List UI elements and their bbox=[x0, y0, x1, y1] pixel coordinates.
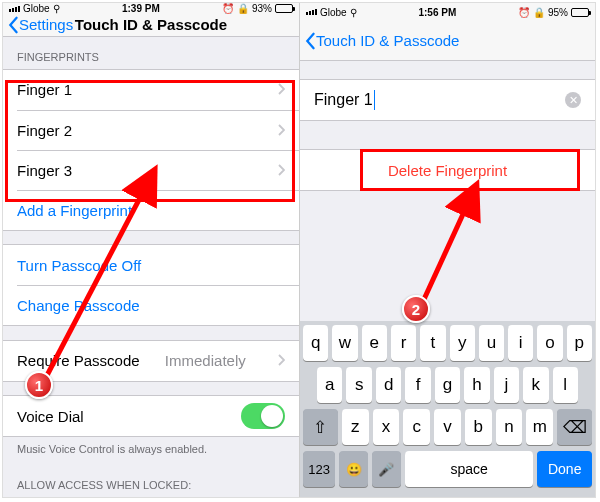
allow-access-header: ALLOW ACCESS WHEN LOCKED: bbox=[3, 465, 299, 497]
rotation-lock-icon: 🔒 bbox=[237, 3, 249, 14]
keyboard-row: ⇧ z x c v b n m ⌫ bbox=[303, 409, 592, 445]
rotation-lock-icon: 🔒 bbox=[533, 7, 545, 18]
alarm-icon: ⏰ bbox=[518, 7, 530, 18]
key-emoji[interactable]: 😀 bbox=[339, 451, 368, 487]
fingerprint-label: Finger 3 bbox=[17, 162, 72, 179]
key-space[interactable]: space bbox=[405, 451, 533, 487]
key-numbers[interactable]: 123 bbox=[303, 451, 335, 487]
chevron-left-icon bbox=[7, 16, 19, 34]
chevron-right-icon bbox=[277, 352, 285, 369]
battery-icon bbox=[275, 4, 293, 13]
fingerprint-item[interactable]: Finger 2 bbox=[17, 110, 299, 150]
carrier-label: Globe bbox=[23, 3, 50, 14]
key-e[interactable]: e bbox=[362, 325, 387, 361]
back-label: Settings bbox=[19, 16, 73, 33]
annotation-step-1: 1 bbox=[25, 371, 53, 399]
keyboard: q w e r t y u i o p a s d f g h j k l bbox=[300, 321, 595, 497]
phone-right: Globe ⚲ 1:56 PM ⏰ 🔒 95% Touch ID & Passc… bbox=[299, 3, 595, 497]
fingerprint-name-input[interactable]: Finger 1 ✕ bbox=[300, 79, 595, 121]
key-k[interactable]: k bbox=[523, 367, 548, 403]
voice-dial-row: Voice Dial bbox=[3, 396, 299, 436]
status-time: 1:39 PM bbox=[122, 3, 160, 14]
fingerprints-header: FINGERPRINTS bbox=[3, 37, 299, 69]
key-t[interactable]: t bbox=[420, 325, 445, 361]
key-s[interactable]: s bbox=[346, 367, 371, 403]
voice-dial-switch[interactable] bbox=[241, 403, 285, 429]
fingerprints-group: Finger 1 Finger 2 Finger 3 Add a Fingerp… bbox=[3, 69, 299, 231]
key-v[interactable]: v bbox=[434, 409, 461, 445]
fingerprint-label: Finger 1 bbox=[17, 81, 72, 98]
key-m[interactable]: m bbox=[526, 409, 553, 445]
key-w[interactable]: w bbox=[332, 325, 357, 361]
key-x[interactable]: x bbox=[373, 409, 400, 445]
fingerprint-item[interactable]: Finger 1 bbox=[3, 70, 299, 110]
change-passcode-button[interactable]: Change Passcode bbox=[17, 285, 299, 325]
fingerprint-item[interactable]: Finger 3 bbox=[17, 150, 299, 190]
input-value: Finger 1 bbox=[314, 91, 373, 109]
key-c[interactable]: c bbox=[403, 409, 430, 445]
key-q[interactable]: q bbox=[303, 325, 328, 361]
key-a[interactable]: a bbox=[317, 367, 342, 403]
fingerprint-label: Finger 2 bbox=[17, 122, 72, 139]
text-cursor bbox=[374, 90, 376, 110]
turn-passcode-off-button[interactable]: Turn Passcode Off bbox=[3, 245, 299, 285]
battery-percent: 95% bbox=[548, 7, 568, 18]
key-h[interactable]: h bbox=[464, 367, 489, 403]
delete-fingerprint-button[interactable]: Delete Fingerprint bbox=[300, 150, 595, 190]
key-d[interactable]: d bbox=[376, 367, 401, 403]
key-i[interactable]: i bbox=[508, 325, 533, 361]
signal-icon bbox=[9, 6, 20, 12]
key-j[interactable]: j bbox=[494, 367, 519, 403]
chevron-right-icon bbox=[277, 122, 285, 139]
chevron-right-icon bbox=[277, 162, 285, 179]
carrier-label: Globe bbox=[320, 7, 347, 18]
status-bar: Globe ⚲ 1:56 PM ⏰ 🔒 95% bbox=[300, 3, 595, 21]
key-done[interactable]: Done bbox=[537, 451, 592, 487]
back-button[interactable]: Touch ID & Passcode bbox=[300, 32, 459, 50]
nav-bar: Settings Touch ID & Passcode bbox=[3, 14, 299, 37]
back-button[interactable]: Settings bbox=[3, 16, 73, 34]
battery-icon bbox=[571, 8, 589, 17]
key-p[interactable]: p bbox=[567, 325, 592, 361]
voice-dial-label: Voice Dial bbox=[17, 408, 84, 425]
key-g[interactable]: g bbox=[435, 367, 460, 403]
chevron-right-icon bbox=[277, 81, 285, 98]
key-backspace[interactable]: ⌫ bbox=[557, 409, 592, 445]
voice-footer: Music Voice Control is always enabled. bbox=[3, 437, 299, 465]
add-fingerprint-label: Add a Fingerprint bbox=[17, 202, 132, 219]
key-f[interactable]: f bbox=[405, 367, 430, 403]
keyboard-row: 123 😀 🎤 space Done bbox=[303, 451, 592, 487]
annotation-step-2: 2 bbox=[402, 295, 430, 323]
key-u[interactable]: u bbox=[479, 325, 504, 361]
require-passcode-label: Require Passcode bbox=[17, 352, 140, 369]
phone-left: Globe ⚲ 1:39 PM ⏰ 🔒 93% Settings Touch I… bbox=[3, 3, 299, 497]
key-shift[interactable]: ⇧ bbox=[303, 409, 338, 445]
wifi-icon: ⚲ bbox=[53, 3, 60, 14]
clear-input-button[interactable]: ✕ bbox=[565, 92, 581, 108]
key-z[interactable]: z bbox=[342, 409, 369, 445]
back-label: Touch ID & Passcode bbox=[316, 32, 459, 49]
chevron-left-icon bbox=[304, 32, 316, 50]
key-mic[interactable]: 🎤 bbox=[372, 451, 401, 487]
wifi-icon: ⚲ bbox=[350, 7, 357, 18]
key-b[interactable]: b bbox=[465, 409, 492, 445]
status-bar: Globe ⚲ 1:39 PM ⏰ 🔒 93% bbox=[3, 3, 299, 14]
key-r[interactable]: r bbox=[391, 325, 416, 361]
status-time: 1:56 PM bbox=[418, 7, 456, 18]
battery-percent: 93% bbox=[252, 3, 272, 14]
require-passcode-value: Immediately bbox=[165, 352, 246, 369]
key-n[interactable]: n bbox=[496, 409, 523, 445]
key-o[interactable]: o bbox=[537, 325, 562, 361]
nav-bar: Touch ID & Passcode bbox=[300, 21, 595, 61]
svg-line-1 bbox=[420, 188, 475, 308]
keyboard-row: q w e r t y u i o p bbox=[303, 325, 592, 361]
alarm-icon: ⏰ bbox=[222, 3, 234, 14]
keyboard-row: a s d f g h j k l bbox=[303, 367, 592, 403]
key-y[interactable]: y bbox=[450, 325, 475, 361]
signal-icon bbox=[306, 9, 317, 15]
add-fingerprint-button[interactable]: Add a Fingerprint bbox=[17, 190, 299, 230]
key-l[interactable]: l bbox=[553, 367, 578, 403]
